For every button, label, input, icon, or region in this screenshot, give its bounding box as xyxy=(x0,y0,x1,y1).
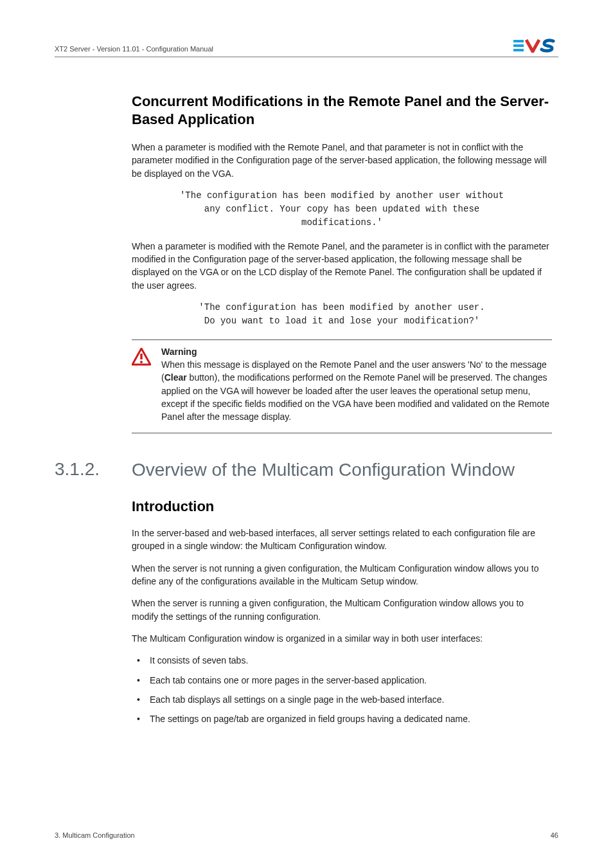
list-item: It consists of seven tabs. xyxy=(132,654,552,667)
footer-page-number: 46 xyxy=(551,831,558,839)
paragraph: When the server is not running a given c… xyxy=(132,562,552,588)
code-message-2: 'The configuration has been modified by … xyxy=(132,301,552,328)
paragraph: When a parameter is modified with the Re… xyxy=(132,141,552,180)
svg-rect-1 xyxy=(513,44,524,47)
svg-rect-0 xyxy=(513,40,524,42)
svg-rect-3 xyxy=(140,354,142,359)
svg-point-4 xyxy=(140,361,143,363)
paragraph: In the server-based and web-based interf… xyxy=(132,527,552,553)
heading-concurrent-modifications: Concurrent Modifications in the Remote P… xyxy=(132,93,552,128)
footer-left: 3. Multicam Configuration xyxy=(55,831,135,839)
warning-text: When this message is displayed on the Re… xyxy=(161,358,552,423)
heading-introduction: Introduction xyxy=(132,498,552,515)
section-title: Overview of the Multicam Configuration W… xyxy=(132,459,552,481)
warning-title: Warning xyxy=(161,347,552,357)
warning-callout: Warning When this message is displayed o… xyxy=(132,339,552,433)
doc-header: XT2 Server - Version 11.01 - Configurati… xyxy=(55,45,213,53)
section-number: 3.1.2. xyxy=(55,459,119,480)
paragraph: The Multicam Configuration window is org… xyxy=(132,632,552,645)
svg-rect-2 xyxy=(513,49,524,51)
evs-logo xyxy=(513,39,558,53)
code-message-1: 'The configuration has been modified by … xyxy=(132,189,552,230)
list-item: Each tab displays all settings on a sing… xyxy=(132,693,552,706)
list-item: Each tab contains one or more pages in t… xyxy=(132,674,552,687)
list-item: The settings on page/tab are organized i… xyxy=(132,712,552,725)
paragraph: When a parameter is modified with the Re… xyxy=(132,240,552,292)
paragraph: When the server is running a given confi… xyxy=(132,597,552,623)
bullet-list: It consists of seven tabs. Each tab cont… xyxy=(132,654,552,725)
warning-icon xyxy=(132,347,154,423)
